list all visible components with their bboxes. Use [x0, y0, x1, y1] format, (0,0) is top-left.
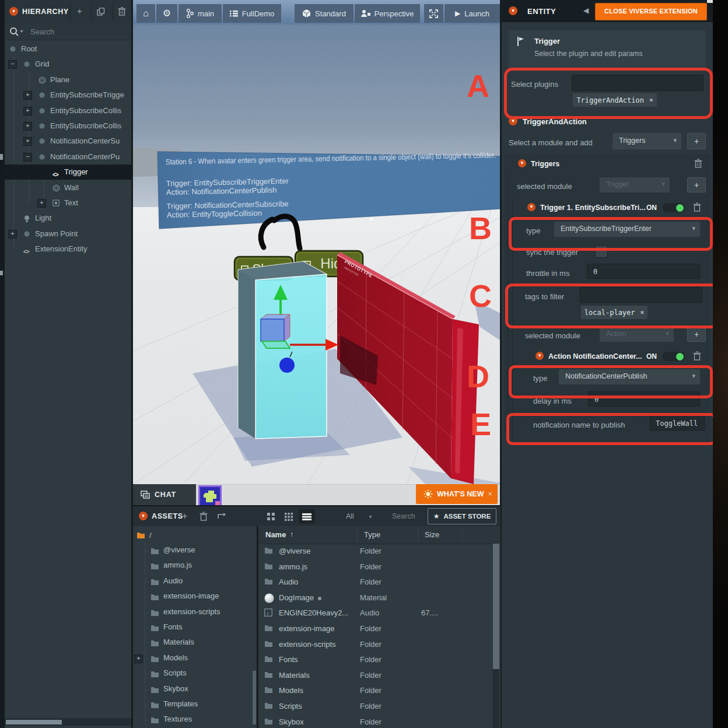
chat-button[interactable]: CHAT	[133, 484, 196, 505]
asset-folder-extension-image[interactable]: extension-image	[133, 590, 257, 604]
add-asset-button[interactable]: +	[182, 511, 187, 522]
asset-row-ammo-js[interactable]: ammo.jsFolder	[258, 559, 493, 575]
view-grid-large-button[interactable]	[281, 509, 296, 524]
close-icon[interactable]: ×	[488, 489, 492, 498]
hierarchy-item-root[interactable]: Root	[5, 41, 131, 57]
expand-toggle-icon[interactable]: +	[23, 91, 32, 100]
asset-row-audio[interactable]: AudioFolder	[258, 575, 493, 590]
expand-toggle-icon[interactable]: +	[134, 654, 143, 663]
asset-folder-ammo-js[interactable]: ammo.js	[133, 559, 257, 573]
delete-action-icon[interactable]	[693, 351, 701, 360]
column-size[interactable]: Size	[425, 530, 439, 539]
viewport-3d-scene[interactable]: Station 6 - When avatar enters green tri…	[133, 24, 501, 484]
collapse-toggle-icon[interactable]: −	[8, 60, 17, 69]
asset-row-materials[interactable]: MaterialsFolder	[258, 668, 493, 684]
asset-row-viverse[interactable]: @viverseFolder	[258, 544, 493, 559]
asset-folder-extension-scripts[interactable]: extension-scripts	[133, 606, 257, 620]
asset-folder-scripts[interactable]: Scripts	[133, 667, 257, 681]
launch-button[interactable]: ▶ Launch	[444, 4, 500, 23]
asset-search-input[interactable]: Search	[392, 512, 415, 520]
home-button[interactable]: ⌂	[136, 4, 155, 23]
action-module-dropdown[interactable]: Action ▾	[600, 327, 674, 342]
add-trigger-button[interactable]: +	[687, 177, 706, 192]
hierarchy-item-wall[interactable]: Wall	[5, 180, 131, 195]
hierarchy-item-entitysubscribetrigge[interactable]: +EntitySubscribeTrigge	[5, 88, 131, 103]
reimport-icon[interactable]	[217, 512, 226, 520]
action-enabled-toggle[interactable]	[663, 352, 685, 361]
asset-row-engine20heavy2[interactable]: ♪ENGINE20Heavy2...Audio67....	[258, 606, 493, 621]
folder-tree-scrollbar-thumb[interactable]	[253, 671, 256, 724]
asset-row-extension-scripts[interactable]: extension-scriptsFolder	[258, 637, 493, 653]
avatar-preview-tile[interactable]	[198, 485, 222, 508]
throttle-input[interactable]: 0	[587, 264, 700, 279]
expand-toggle-icon[interactable]: +	[37, 199, 46, 208]
selection-handle[interactable]	[370, 218, 373, 221]
asset-folder-viverse[interactable]: @viverse	[133, 544, 257, 558]
panel-menu-icon[interactable]: ▾	[509, 6, 517, 15]
settings-button[interactable]: ⚙	[156, 4, 177, 23]
expand-toggle-icon[interactable]: +	[23, 137, 32, 146]
asset-folder-fonts[interactable]: Fonts	[133, 621, 257, 635]
scene-button[interactable]: FullDemo	[223, 4, 281, 23]
asset-row-fonts[interactable]: FontsFolder	[258, 652, 493, 668]
asset-row-extension-image[interactable]: extension-imageFolder	[258, 621, 493, 637]
item-chevron-icon[interactable]: ▾	[527, 203, 536, 211]
gizmo-sphere-handle[interactable]	[279, 358, 295, 373]
panel-menu-icon[interactable]: ▾	[139, 512, 148, 520]
asset-folder-textures[interactable]: Textures	[133, 713, 257, 727]
collapse-panel-icon[interactable]: ◀	[583, 6, 589, 15]
asset-filter-dropdown[interactable]: All ▾	[346, 512, 372, 520]
view-list-button[interactable]	[299, 509, 315, 524]
section-chevron-icon[interactable]: ▾	[518, 159, 526, 167]
asset-table-scrollbar-thumb[interactable]	[493, 544, 499, 669]
hierarchy-item-notificationcentersu[interactable]: +NotificationCenterSu	[5, 134, 131, 149]
hierarchy-item-spawn-point[interactable]: +Spawn Point	[5, 226, 131, 242]
fullscreen-button[interactable]	[424, 4, 443, 23]
gizmo-center-cube[interactable]	[261, 319, 284, 341]
camera-button[interactable]: Perspective	[355, 4, 420, 23]
hierarchy-hscrollbar-thumb[interactable]	[6, 720, 62, 724]
asset-folder-root[interactable]: /	[133, 529, 257, 543]
selected-module-dropdown[interactable]: Trigger ▾	[600, 177, 670, 192]
branch-button[interactable]: main	[178, 4, 222, 23]
asset-folder-models[interactable]: +Models	[133, 652, 257, 666]
asset-row-models[interactable]: ModelsFolder	[258, 683, 493, 699]
asset-row-dogimage[interactable]: DogImageMaterial	[258, 590, 493, 606]
view-grid-small-button[interactable]	[264, 509, 279, 524]
hierarchy-item-extensionentity[interactable]: <>ExtensionEntity	[5, 242, 131, 257]
hierarchy-item-entitysubscribecollis[interactable]: +EntitySubscribeCollis	[5, 118, 131, 134]
asset-folder-templates[interactable]: Templates	[133, 698, 257, 712]
asset-folder-skybox[interactable]: Skybox	[133, 682, 257, 696]
module-add-dropdown[interactable]: Triggers ▾	[612, 133, 681, 149]
whats-new-button[interactable]: WHAT'S NEW ×	[416, 484, 498, 504]
delete-triggers-icon[interactable]	[694, 159, 702, 168]
render-mode-button[interactable]: Standard	[295, 4, 354, 23]
expand-toggle-icon[interactable]: +	[23, 107, 32, 116]
item-chevron-icon[interactable]: ▾	[536, 352, 544, 360]
hierarchy-item-text[interactable]: +Text	[5, 195, 131, 211]
asset-folder-audio[interactable]: Audio	[133, 575, 257, 589]
column-name[interactable]: Name	[265, 530, 286, 539]
hierarchy-item-trigger[interactable]: <>Trigger	[5, 164, 131, 180]
add-module-button[interactable]: +	[687, 133, 706, 149]
hierarchy-item-entitysubscribecollis[interactable]: +EntitySubscribeCollis	[5, 103, 131, 118]
hierarchy-item-grid[interactable]: −Grid	[5, 57, 131, 72]
trigger-enabled-toggle[interactable]	[663, 203, 685, 212]
expand-toggle-icon[interactable]: +	[8, 230, 17, 239]
column-divider	[418, 529, 418, 542]
close-viverse-extension-button[interactable]: CLOSE VIVERSE EXTENSION	[595, 3, 707, 20]
hierarchy-item-light[interactable]: Light	[5, 211, 131, 226]
asset-row-scripts[interactable]: ScriptsFolder	[258, 699, 493, 715]
hierarchy-item-plane[interactable]: Plane	[5, 72, 131, 88]
asset-row-skybox[interactable]: SkyboxFolder	[258, 715, 493, 728]
collapse-toggle-icon[interactable]: −	[23, 153, 32, 162]
delete-asset-icon[interactable]	[200, 512, 208, 521]
trigger-volume[interactable]	[238, 261, 327, 439]
delete-trigger-icon[interactable]	[693, 202, 701, 212]
asset-store-button[interactable]: ★ ASSET STORE	[428, 508, 496, 524]
asset-folder-materials[interactable]: Materials	[133, 636, 257, 650]
hierarchy-item-notificationcenterpu[interactable]: −NotificationCenterPu	[5, 149, 131, 164]
add-action-button[interactable]: +	[687, 327, 706, 342]
expand-toggle-icon[interactable]: +	[23, 122, 32, 131]
column-type[interactable]: Type	[364, 530, 380, 539]
